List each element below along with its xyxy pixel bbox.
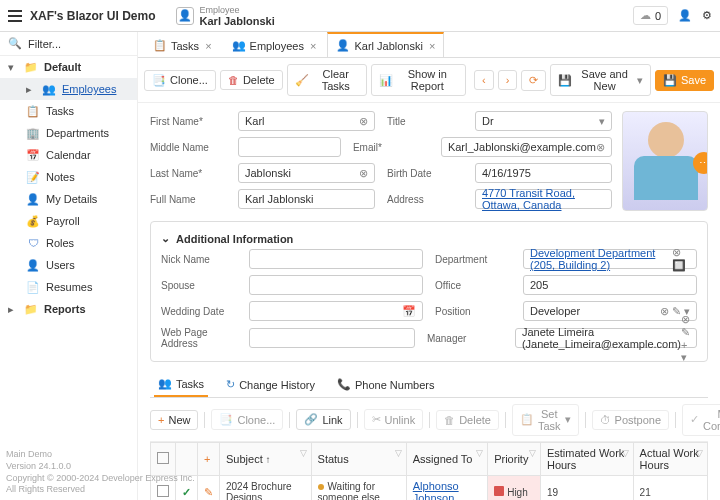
spouse-input[interactable] [249, 275, 423, 295]
subtab-change[interactable]: ↻Change History [222, 372, 319, 397]
footer: Main DemoVersion 24.1.0.0Copyright © 200… [6, 449, 195, 496]
close-icon[interactable]: × [205, 40, 211, 52]
last-name-input[interactable]: Jablonski⊗ [238, 163, 375, 183]
tree-employees[interactable]: ▸👥Employees [0, 78, 137, 100]
birth-date-input[interactable]: 4/16/1975 [475, 163, 612, 183]
filter-input[interactable]: 🔍 Filter... [0, 32, 137, 56]
grid-delete-button[interactable]: 🗑 Delete [436, 410, 499, 430]
menu-icon[interactable] [8, 10, 22, 22]
tree-notes[interactable]: 📝Notes [0, 166, 137, 188]
show-report-button[interactable]: 📊Show in Report [371, 64, 466, 96]
manager-input[interactable]: Janete Limeira (Janete_Limeira@example.c… [515, 328, 697, 348]
additional-info-header[interactable]: ⌄Additional Information [161, 228, 697, 249]
tab-karl[interactable]: 👤Karl Jablonski× [327, 32, 444, 57]
table-row[interactable]: ✓ ✎ 2024 Brochure Designs Waiting for so… [151, 476, 708, 501]
employee-icon: 👤 [176, 7, 194, 25]
tree-default[interactable]: ▾📁Default [0, 56, 137, 78]
save-button[interactable]: 💾Save [655, 70, 714, 91]
edit-icon[interactable]: ✎ [204, 486, 213, 498]
grid-settask-button[interactable]: 📋 Set Task▾ [512, 404, 579, 436]
refresh-button[interactable]: ⟳ [521, 70, 546, 91]
tree-tasks[interactable]: 📋Tasks [0, 100, 137, 122]
user-icon[interactable]: 👤 [678, 9, 692, 22]
next-button[interactable]: › [498, 70, 518, 90]
position-input[interactable]: Developer⊗ ✎ ▾ [523, 301, 697, 321]
first-name-input[interactable]: Karl⊗ [238, 111, 375, 131]
save-new-button[interactable]: 💾Save and New▾ [550, 64, 651, 96]
subtab-tasks[interactable]: 👥Tasks [154, 372, 208, 397]
brand: XAF's Blazor UI Demo [30, 9, 156, 23]
employee-photo: ⋯ [622, 111, 708, 211]
address-input[interactable]: 4770 Transit Road, Ottawa, Canada [475, 189, 612, 209]
tree-payroll[interactable]: 💰Payroll [0, 210, 137, 232]
tree-departments[interactable]: 🏢Departments [0, 122, 137, 144]
tasks-grid: + Subject ↑▽ Status▽ Assigned To▽ Priori… [150, 442, 708, 500]
grid-new-button[interactable]: +New [150, 410, 198, 430]
middle-name-input[interactable] [238, 137, 341, 157]
email-input[interactable]: Karl_Jablonski@example.com⊗ [441, 137, 612, 157]
gear-icon[interactable]: ⚙ [702, 9, 712, 22]
clear-tasks-button[interactable]: 🧹Clear Tasks [287, 64, 367, 96]
grid-clone-button[interactable]: 📑 Clone... [211, 409, 283, 430]
title-input[interactable]: Dr▾ [475, 111, 612, 131]
tree-users[interactable]: 👤Users [0, 254, 137, 276]
office-input[interactable]: 205 [523, 275, 697, 295]
tree-resumes[interactable]: 📄Resumes [0, 276, 137, 298]
webpage-input[interactable] [249, 328, 415, 348]
full-name-input[interactable]: Karl Jablonski [238, 189, 375, 209]
wedding-date-input[interactable]: 📅 [249, 301, 423, 321]
delete-button[interactable]: 🗑Delete [220, 70, 283, 90]
emp-label: Employee [200, 5, 275, 15]
photo-action-button[interactable]: ⋯ [693, 152, 708, 174]
tree-roles[interactable]: 🛡Roles [0, 232, 137, 254]
emp-name: Karl Jablonski [200, 15, 275, 27]
tree-reports[interactable]: ▸📁Reports [0, 298, 137, 320]
clone-button[interactable]: 📑Clone... [144, 70, 216, 91]
notification-badge[interactable]: ☁ 0 [633, 6, 668, 25]
tab-employees[interactable]: 👥Employees× [223, 33, 326, 57]
subtab-phone[interactable]: 📞Phone Numbers [333, 372, 439, 397]
tree-mydetails[interactable]: 👤My Details [0, 188, 137, 210]
tree-calendar[interactable]: 📅Calendar [0, 144, 137, 166]
grid-mark-button[interactable]: ✓ Mark Completed [682, 404, 720, 436]
department-input[interactable]: Development Department (205, Building 2)… [523, 249, 697, 269]
close-icon[interactable]: × [429, 40, 435, 52]
grid-unlink-button[interactable]: ✂ Unlink [364, 409, 424, 430]
grid-link-button[interactable]: 🔗Link [296, 409, 350, 430]
tab-tasks[interactable]: 📋Tasks× [144, 33, 221, 57]
prev-button[interactable]: ‹ [474, 70, 494, 90]
nickname-input[interactable] [249, 249, 423, 269]
close-icon[interactable]: × [310, 40, 316, 52]
add-row-icon[interactable]: + [204, 453, 210, 465]
grid-postpone-button[interactable]: ⏱ Postpone [592, 410, 669, 430]
